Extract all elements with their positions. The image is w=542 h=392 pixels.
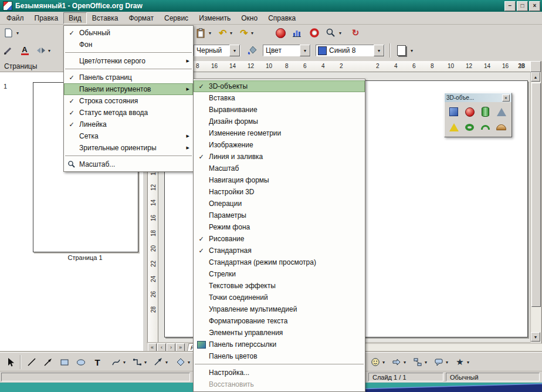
menu-item-grid[interactable]: Сетка▶ [64,130,193,142]
menu-item-toolbar-image[interactable]: Изображение [194,139,365,151]
menu-item-toolbar-glue-points[interactable]: Точки соединений [194,292,365,303]
vertical-scrollbar[interactable]: ▲ ▼ [530,72,541,342]
new-document-icon[interactable] [1,26,15,40]
undo-dropdown[interactable]: ▾ [228,26,235,40]
menu-item-input-method-status[interactable]: ✓Статус метода ввода [64,107,193,119]
menu-insert[interactable]: Вставка [87,12,124,24]
palette-title-bar[interactable]: 3D-объе... × [445,93,511,102]
menu-item-toolbar-text-formatting[interactable]: Форматирование текста [194,315,365,327]
menu-tools[interactable]: Сервис [159,12,194,24]
horizontal-scrollbar[interactable] [359,343,542,352]
fill-color-dropdown[interactable]: ▾ [374,45,384,56]
torus-icon[interactable] [462,120,477,134]
menu-item-background[interactable]: Фон [64,39,193,50]
callouts-tool-dropdown[interactable]: ▾ [443,355,450,369]
tab-last-icon[interactable]: » [176,343,185,352]
curve-tool-dropdown[interactable]: ▾ [121,355,128,369]
shadow-icon[interactable] [394,43,408,58]
menu-window[interactable]: Окно [236,12,263,24]
menu-item-toolbar-edit-geometry[interactable]: Изменение геометрии [194,127,365,139]
cylinder-icon[interactable] [478,104,493,119]
menu-view[interactable]: Вид [63,12,87,24]
close-button[interactable]: × [529,1,540,11]
sphere-icon[interactable] [462,104,477,119]
menu-item-toolbar-drawing[interactable]: ✓Рисование [194,233,365,245]
menu-item-toolbar-color-bar[interactable]: Панель цветов [194,350,365,362]
line-arrow-tool-icon[interactable] [41,355,55,369]
zoom-dropdown[interactable]: ▾ [337,26,344,40]
pyramid-icon[interactable] [446,120,461,134]
menu-item-toolbar-media[interactable]: Управление мультимедией [194,303,365,315]
shell-icon[interactable] [478,120,493,134]
menu-format[interactable]: Формат [123,12,159,24]
minimize-button[interactable]: − [504,1,516,11]
maximize-button[interactable]: □ [517,1,528,11]
palette-close-icon[interactable]: × [502,94,510,102]
flowchart-tool-dropdown[interactable]: ▾ [422,355,429,369]
cone-icon[interactable] [494,104,509,119]
chart-icon[interactable] [290,26,304,40]
menu-item-status-bar[interactable]: ✓Строка состояния [64,95,193,107]
menu-item-guides[interactable]: Зрительные ориентиры▶ [64,142,193,154]
menu-item-reset[interactable]: Восстановить [194,379,365,390]
rectangle-tool-icon[interactable] [57,355,72,369]
zoom-icon[interactable] [324,26,338,40]
paste-dropdown[interactable]: ▾ [206,26,214,40]
connector-tool-dropdown[interactable]: ▾ [142,355,149,369]
line-tool-icon[interactable] [25,355,39,369]
menu-item-toolbar-3d-settings[interactable]: Настройки 3D [194,186,365,198]
fill-type-dropdown[interactable]: ▾ [300,45,310,56]
menu-item-toolbar-standard[interactable]: ✓Стандартная [194,245,365,256]
menu-file[interactable]: Файл [1,12,29,24]
menu-item-toolbar-standard-view[interactable]: Стандартная (режим просмотра) [194,256,365,268]
menu-item-customize[interactable]: Настройка... [194,367,365,379]
tab-prev-icon[interactable]: ‹ [157,343,166,352]
symbol-shapes-tool-dropdown[interactable]: ▾ [380,355,387,369]
menu-item-toolbar-form-controls[interactable]: Элементы управления [194,327,365,339]
hyperlink-icon[interactable] [273,26,287,40]
font-color-icon[interactable]: А [18,43,32,58]
menu-edit[interactable]: Правка [29,12,64,24]
tab-next-icon[interactable]: › [167,343,175,352]
reload-icon[interactable]: ↻ [348,26,363,40]
menu-item-toolbar-text-effects[interactable]: Текстовые эффекты [194,280,365,292]
text-tool-icon[interactable]: T [90,355,104,369]
menu-item-toolbar-insert[interactable]: Вставка [194,92,365,104]
tab-first-icon[interactable]: « [148,343,157,352]
menu-item-toolbars[interactable]: Панели инструментов▶ [64,83,193,95]
paint-can-icon[interactable] [245,43,259,58]
fill-type-combo[interactable]: Цвет ▾ [263,45,311,56]
new-document-dropdown[interactable]: ▾ [14,26,21,40]
cube-icon[interactable] [446,104,461,119]
menu-item-toolbar-3d-objects[interactable]: ✓3D-объекты [194,80,365,92]
menu-help[interactable]: Справка [263,12,301,24]
status-view-mode-box[interactable]: Обычный [446,373,540,381]
line-style-dropdown[interactable]: ▾ [229,45,240,56]
menu-item-toolbar-arrows[interactable]: Стрелки [194,268,365,280]
scroll-up-icon[interactable]: ▲ [531,72,540,82]
paste-icon[interactable] [194,26,208,40]
menu-item-toolbar-hyperlink-bar[interactable]: Панель гиперссылки [194,339,365,350]
horizontal-ruler[interactable]: 8 16 14 12 10 8 6 4 2 2 4 6 8 10 12 14 1… [144,61,530,72]
flip-dropdown[interactable]: ▾ [46,43,53,58]
menu-item-toolbar-line-fill[interactable]: ✓Линия и заливка [194,151,365,163]
ruler-corner-button[interactable] [530,61,541,72]
select-tool-icon[interactable] [4,355,18,369]
lines-arrows-tool-dropdown[interactable]: ▾ [163,355,170,369]
menu-item-toolbar-options[interactable]: Параметры [194,209,365,221]
stars-tool-dropdown[interactable]: ▾ [465,355,472,369]
menu-modify[interactable]: Изменить [194,12,236,24]
menu-item-toolbar-form-design[interactable]: Дизайн формы [194,116,365,127]
fill-color-combo[interactable]: Синий 8 ▾ [316,45,385,56]
menu-item-toolbar-form-navigation[interactable]: Навигация формы [194,174,365,186]
menu-item-toolbar-align[interactable]: Выравнивание [194,104,365,116]
scrollbar-thumb[interactable] [531,83,541,307]
menu-item-ruler[interactable]: ✓Линейка [64,119,193,130]
scroll-down-icon[interactable]: ▼ [531,332,540,342]
menu-item-toolbar-background-mode[interactable]: Режим фона [194,221,365,233]
palette-3d-objects[interactable]: 3D-объе... × [444,93,512,137]
redo-dropdown[interactable]: ▾ [249,26,256,40]
block-arrows-tool-dropdown[interactable]: ▾ [401,355,408,369]
shadow-dropdown[interactable]: ▾ [408,43,415,58]
gallery-icon[interactable] [307,26,321,40]
